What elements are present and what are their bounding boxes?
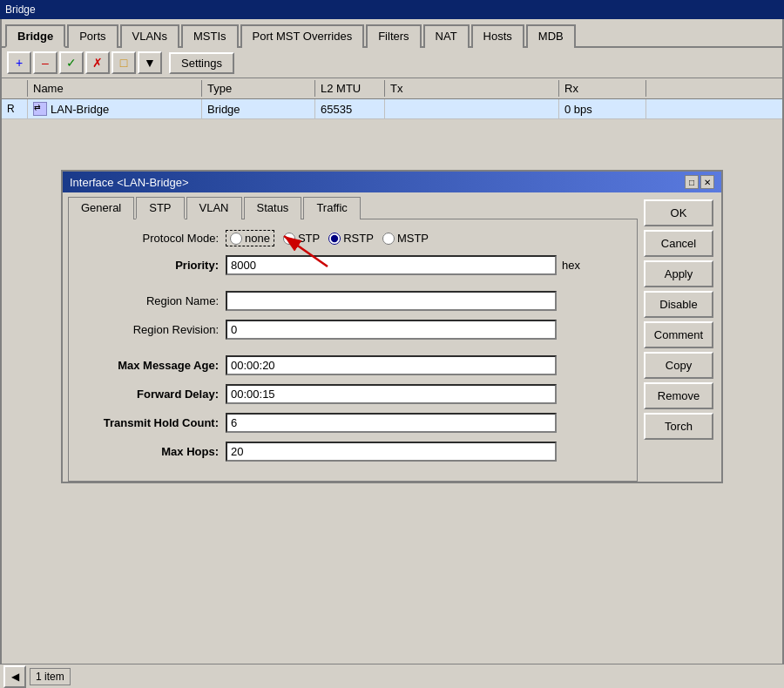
copy-button[interactable]: Copy bbox=[644, 352, 713, 379]
radio-mstp-label: MSTP bbox=[397, 232, 429, 245]
dialog-title-text: Interface <LAN-Bridge> bbox=[70, 176, 189, 189]
apply-button[interactable]: Apply bbox=[644, 260, 713, 287]
priority-label: Priority: bbox=[79, 259, 219, 272]
dialog-tab-traffic[interactable]: Traffic bbox=[303, 197, 360, 219]
radio-rstp[interactable] bbox=[328, 233, 341, 245]
dialog-title-buttons: □ ✕ bbox=[685, 175, 714, 189]
priority-input[interactable] bbox=[226, 255, 557, 275]
tab-hosts[interactable]: Hosts bbox=[471, 24, 524, 48]
row-type: Bridge bbox=[202, 99, 315, 118]
tab-ports[interactable]: Ports bbox=[67, 24, 118, 48]
main-window: Bridge Ports VLANs MSTIs Port MST Overri… bbox=[0, 19, 784, 688]
radio-stp-option[interactable]: STP bbox=[283, 232, 320, 245]
scroll-left-button[interactable]: ◀ bbox=[3, 665, 26, 688]
col-l2mtu: L2 MTU bbox=[315, 80, 385, 97]
cancel-button[interactable]: Cancel bbox=[644, 230, 713, 257]
dialog-tab-bar: General STP VLAN Status Traffic bbox=[63, 192, 643, 219]
region-revision-input[interactable] bbox=[226, 320, 557, 340]
dialog-tab-status[interactable]: Status bbox=[244, 197, 302, 219]
forward-delay-label: Forward Delay: bbox=[79, 388, 219, 401]
region-name-row: Region Name: bbox=[79, 291, 626, 311]
max-hops-row: Max Hops: bbox=[79, 442, 626, 462]
dialog-content: Protocol Mode: none STP bbox=[68, 219, 638, 482]
region-name-label: Region Name: bbox=[79, 294, 219, 307]
tab-nat[interactable]: NAT bbox=[423, 24, 470, 48]
transmit-hold-count-row: Transmit Hold Count: bbox=[79, 413, 626, 433]
dialog-restore-button[interactable]: □ bbox=[685, 175, 699, 189]
bridge-icon: ⇄ bbox=[33, 102, 47, 116]
row-tx bbox=[385, 99, 559, 118]
remove-button[interactable]: – bbox=[33, 51, 57, 74]
region-revision-label: Region Revision: bbox=[79, 323, 219, 336]
main-tab-bar: Bridge Ports VLANs MSTIs Port MST Overri… bbox=[2, 19, 782, 48]
radio-mstp[interactable] bbox=[382, 233, 395, 245]
region-revision-row: Region Revision: bbox=[79, 320, 626, 340]
radio-stp-label: STP bbox=[298, 232, 320, 245]
tab-port-mst-overrides[interactable]: Port MST Overrides bbox=[240, 24, 365, 48]
status-count: 1 item bbox=[30, 668, 71, 685]
dialog-close-button[interactable]: ✕ bbox=[700, 175, 714, 189]
disable-button[interactable]: ✗ bbox=[85, 51, 110, 74]
dialog-tab-vlan[interactable]: VLAN bbox=[186, 197, 242, 219]
protocol-mode-radio-group: none STP RSTP bbox=[226, 230, 429, 246]
row-rx: 0 bps bbox=[559, 99, 646, 118]
dialog-tab-general[interactable]: General bbox=[68, 197, 134, 219]
transmit-hold-count-input[interactable] bbox=[226, 413, 557, 433]
move-button[interactable]: □ bbox=[112, 51, 136, 74]
col-name: Name bbox=[28, 80, 202, 97]
tab-vlans[interactable]: VLANs bbox=[120, 24, 179, 48]
toolbar: + – ✓ ✗ □ ▼ Settings bbox=[2, 48, 782, 78]
priority-hex-label: hex bbox=[562, 259, 580, 272]
tab-bridge[interactable]: Bridge bbox=[5, 24, 65, 48]
filter-button[interactable]: ▼ bbox=[138, 51, 162, 74]
add-button[interactable]: + bbox=[7, 51, 31, 74]
table-header: Name Type L2 MTU Tx Rx bbox=[2, 78, 782, 99]
radio-mstp-option[interactable]: MSTP bbox=[382, 232, 429, 245]
row-l2mtu: 65535 bbox=[315, 99, 385, 118]
tab-mdb[interactable]: MDB bbox=[526, 24, 576, 48]
max-hops-input[interactable] bbox=[226, 442, 557, 462]
radio-none[interactable] bbox=[230, 233, 242, 245]
col-type: Type bbox=[202, 80, 315, 97]
protocol-mode-label: Protocol Mode: bbox=[79, 232, 219, 245]
region-name-input[interactable] bbox=[226, 291, 557, 311]
forward-delay-input[interactable] bbox=[226, 384, 557, 404]
comment-button[interactable]: Comment bbox=[644, 321, 713, 348]
radio-rstp-label: RSTP bbox=[343, 232, 374, 245]
enable-button[interactable]: ✓ bbox=[59, 51, 84, 74]
col-tx: Tx bbox=[385, 80, 559, 97]
tab-mstis[interactable]: MSTIs bbox=[181, 24, 239, 48]
row-name: ⇄ LAN-Bridge bbox=[28, 99, 202, 118]
row-name-text: LAN-Bridge bbox=[51, 103, 109, 116]
max-message-age-row: Max Message Age: bbox=[79, 355, 626, 375]
col-rx: Rx bbox=[559, 80, 646, 97]
max-hops-label: Max Hops: bbox=[79, 445, 219, 458]
max-message-age-label: Max Message Age: bbox=[79, 359, 219, 372]
dialog: Interface <LAN-Bridge> □ ✕ General STP V… bbox=[61, 170, 723, 483]
tab-filters[interactable]: Filters bbox=[366, 24, 421, 48]
dialog-title-bar: Interface <LAN-Bridge> □ ✕ bbox=[63, 172, 721, 192]
radio-none-label: none bbox=[245, 232, 270, 245]
torch-button[interactable]: Torch bbox=[644, 413, 713, 440]
row-indicator: R bbox=[2, 99, 28, 118]
radio-stp[interactable] bbox=[283, 233, 295, 245]
transmit-hold-count-label: Transmit Hold Count: bbox=[79, 416, 219, 429]
radio-none-option[interactable]: none bbox=[226, 230, 274, 246]
table-row[interactable]: R ⇄ LAN-Bridge Bridge 65535 0 bps bbox=[2, 99, 782, 119]
priority-row: Priority: hex bbox=[79, 255, 626, 275]
title-bar: Bridge bbox=[0, 0, 784, 19]
dialog-action-buttons: OK Cancel Apply Disable Comment Copy Rem… bbox=[639, 192, 721, 447]
ok-button[interactable]: OK bbox=[644, 199, 713, 226]
window-title: Bridge bbox=[5, 3, 36, 16]
status-bar: ◀ 1 item bbox=[0, 664, 784, 688]
col-indicator bbox=[2, 80, 28, 97]
max-message-age-input[interactable] bbox=[226, 355, 557, 375]
remove-button-dialog[interactable]: Remove bbox=[644, 382, 713, 409]
radio-rstp-option[interactable]: RSTP bbox=[328, 232, 374, 245]
dialog-tab-stp[interactable]: STP bbox=[136, 197, 184, 219]
forward-delay-row: Forward Delay: bbox=[79, 384, 626, 404]
disable-button-dialog[interactable]: Disable bbox=[644, 291, 713, 318]
settings-button[interactable]: Settings bbox=[169, 52, 234, 74]
protocol-mode-row: Protocol Mode: none STP bbox=[79, 230, 626, 246]
